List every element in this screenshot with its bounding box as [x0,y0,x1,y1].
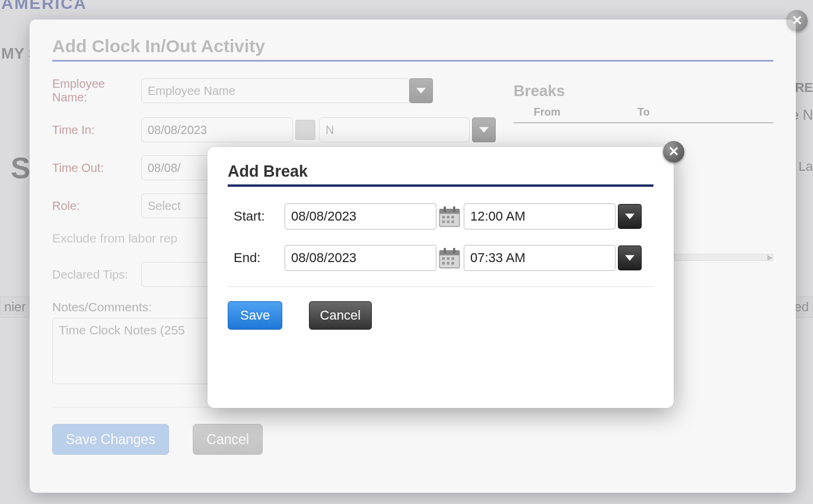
svg-marker-12 [625,213,635,219]
add-clock-activity-dialog: ✕ Add Clock In/Out Activity Employee Nam… [30,20,796,493]
start-time-input[interactable] [464,203,616,229]
svg-rect-6 [442,216,445,219]
svg-rect-19 [451,257,454,260]
svg-rect-22 [451,262,454,265]
svg-rect-8 [451,216,454,219]
svg-rect-10 [447,221,450,224]
cancel-button[interactable]: Cancel [309,301,372,330]
separator [228,286,653,287]
end-time-input[interactable] [464,245,616,271]
svg-rect-11 [451,221,454,224]
calendar-icon[interactable] [439,206,460,227]
svg-rect-21 [447,262,450,265]
calendar-icon[interactable] [439,247,460,269]
start-label: Start: [234,209,285,224]
start-date-input[interactable] [285,203,436,229]
svg-rect-3 [439,209,460,214]
title-divider [228,184,653,187]
svg-rect-20 [442,262,445,265]
svg-rect-17 [442,257,445,260]
close-icon[interactable]: ✕ [663,141,684,162]
end-label: End: [234,250,285,266]
break-dialog-title: Add Break [228,162,653,181]
save-button[interactable]: Save [228,301,282,330]
end-date-input[interactable] [285,245,436,271]
svg-rect-14 [439,251,460,256]
svg-rect-18 [447,257,450,260]
svg-rect-7 [447,216,450,219]
add-break-dialog: ✕ Add Break Start: End: Save Cancel [208,147,674,408]
chevron-down-icon[interactable] [618,204,642,229]
svg-rect-9 [442,221,445,224]
svg-marker-23 [625,255,635,261]
chevron-down-icon[interactable] [618,245,642,270]
